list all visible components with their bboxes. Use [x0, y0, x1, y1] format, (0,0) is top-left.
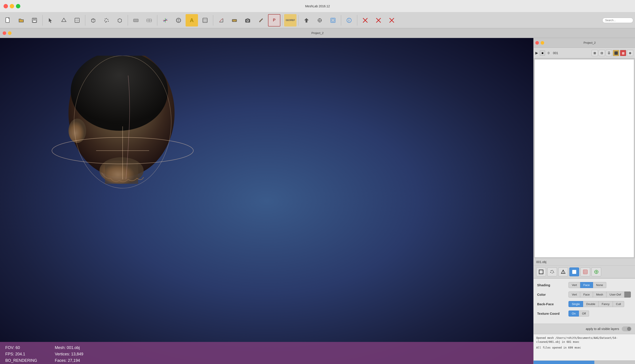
- maximize-button[interactable]: [16, 4, 20, 8]
- color-vert-button[interactable]: Vert: [568, 292, 580, 298]
- color-label: Color: [537, 293, 566, 296]
- paint-button[interactable]: [255, 14, 267, 26]
- wireframe-button[interactable]: [114, 14, 126, 26]
- render-texture-button[interactable]: [580, 268, 590, 276]
- camera-tool-button[interactable]: [242, 14, 254, 26]
- svg-point-59: [68, 118, 86, 143]
- axes-button[interactable]: [159, 14, 172, 26]
- color-buttons: Vert Face Mesh User-Def: [568, 292, 631, 298]
- svg-point-11: [106, 18, 107, 19]
- select-connected-button[interactable]: [71, 14, 83, 26]
- layer-icon-3[interactable]: ☰: [606, 50, 612, 56]
- status-right: Mesh: 001.obj Vertices: 13,849 Faces: 27…: [55, 344, 86, 361]
- backface-fancy-button[interactable]: Fancy: [598, 301, 613, 307]
- layer-icon-2[interactable]: ⊟: [599, 50, 605, 56]
- sphere-button[interactable]: [172, 14, 185, 26]
- layer-icon-6[interactable]: ⊕: [627, 50, 633, 56]
- new-tool-button[interactable]: [2, 14, 14, 26]
- head-mesh: [44, 56, 199, 192]
- svg-point-66: [552, 270, 552, 271]
- render-box-button[interactable]: [536, 268, 546, 276]
- transform3-button[interactable]: [327, 14, 339, 26]
- layer-icon-1[interactable]: ⊞: [592, 50, 598, 56]
- open-tool-button[interactable]: [15, 14, 28, 26]
- delete2-button[interactable]: [372, 14, 385, 26]
- shading-vert-button[interactable]: Vert: [568, 282, 580, 288]
- layer-icons: ⊞ ⊟ ☰ ⬛ ▦ ⊕: [592, 50, 633, 56]
- render-solid-button[interactable]: [570, 268, 579, 276]
- shading-face-button[interactable]: Face: [580, 282, 593, 288]
- cube-button[interactable]: [87, 14, 100, 26]
- color-face-button[interactable]: Face: [580, 292, 593, 298]
- texture-on-button[interactable]: On: [568, 310, 579, 316]
- layer-step-button[interactable]: ⏹: [540, 50, 545, 56]
- search-input[interactable]: [602, 18, 633, 23]
- svg-marker-4: [62, 18, 66, 22]
- svg-rect-27: [203, 18, 207, 22]
- shading-label: Shading: [537, 283, 566, 287]
- color-extra-button[interactable]: [624, 292, 631, 298]
- svg-point-38: [319, 20, 320, 21]
- render-points-button[interactable]: [547, 268, 557, 276]
- layer-icon-4[interactable]: ⬛: [613, 50, 619, 56]
- svg-text:i: i: [348, 18, 349, 22]
- backface-cull-button[interactable]: Cull: [613, 301, 624, 307]
- transform1-button[interactable]: [300, 14, 313, 26]
- angle-button[interactable]: [215, 14, 227, 26]
- svg-point-68: [550, 272, 551, 273]
- shading-buttons: Vert Face None: [568, 282, 606, 288]
- render-color-button[interactable]: [592, 268, 601, 276]
- viewport-title: Project_2: [3, 31, 632, 35]
- log-line-2: All files opened in 699 msec: [536, 346, 632, 350]
- fps-display: FPS: 204.1: [5, 351, 37, 357]
- viewport-status: FOV: 60 FPS: 204.1 BO_RENDERING Mesh: 00…: [0, 342, 533, 364]
- color-mesh-button[interactable]: Mesh: [593, 292, 606, 298]
- color-userdef-button[interactable]: User-Def: [606, 292, 624, 298]
- save-tool-button[interactable]: [28, 14, 41, 26]
- flat-button[interactable]: [130, 14, 142, 26]
- rp-minimize-button[interactable]: [541, 41, 544, 44]
- font-button[interactable]: A: [186, 14, 198, 26]
- render-wire-button[interactable]: [558, 268, 568, 276]
- plugin-button[interactable]: P: [268, 14, 280, 26]
- window-controls: [4, 4, 20, 8]
- backface-double-button[interactable]: Double: [583, 301, 598, 307]
- backface-single-button[interactable]: Single: [568, 301, 583, 307]
- layer-play-button[interactable]: ▶: [535, 51, 538, 55]
- rp-close-button[interactable]: [535, 41, 539, 44]
- close-button[interactable]: [4, 4, 8, 8]
- toolbar-separator-4: [157, 15, 157, 26]
- minimize-button[interactable]: [10, 4, 14, 8]
- points-button[interactable]: [100, 14, 113, 26]
- apply-toggle[interactable]: [622, 326, 632, 331]
- right-panel-title: Project_2: [546, 41, 633, 44]
- app-title: MeshLab 2016.12: [305, 4, 330, 8]
- status-left: FOV: 60 FPS: 204.1 BO_RENDERING: [5, 344, 37, 361]
- svg-rect-2: [33, 18, 36, 20]
- title-bar: MeshLab 2016.12: [0, 0, 635, 12]
- transform2-button[interactable]: [314, 14, 326, 26]
- layer-button[interactable]: [199, 14, 211, 26]
- progress-bar-fill: [534, 361, 594, 364]
- wireframe2-button[interactable]: [143, 14, 155, 26]
- svg-rect-74: [572, 270, 576, 274]
- toolbar: A P GEOREF: [0, 12, 635, 28]
- shading-none-button[interactable]: None: [593, 282, 606, 288]
- sub-minimize-button[interactable]: [8, 31, 12, 35]
- info-button[interactable]: i: [343, 14, 355, 26]
- texture-off-button[interactable]: Off: [579, 310, 589, 316]
- select-tool-button[interactable]: [44, 14, 57, 26]
- sub-title-bar: Project_2: [0, 28, 635, 38]
- main-layout: FOV: 60 FPS: 204.1 BO_RENDERING Mesh: 00…: [0, 38, 635, 364]
- delete1-button[interactable]: [359, 14, 372, 26]
- delete3-button[interactable]: [386, 14, 398, 26]
- right-panel: Project_2 ▶ ⏹ 0 001 ⊞ ⊟ ☰ ⬛ ▦ ⊕: [533, 38, 635, 364]
- toolbar-separator-7: [298, 15, 298, 26]
- measure-button[interactable]: [228, 14, 240, 26]
- sub-close-button[interactable]: [3, 31, 6, 35]
- select-faces-button[interactable]: [58, 14, 70, 26]
- fov-display: FOV: 60: [5, 344, 37, 351]
- layer-icon-5[interactable]: ▦: [620, 50, 626, 56]
- georef-button[interactable]: GEOREF: [284, 14, 296, 26]
- viewport[interactable]: FOV: 60 FPS: 204.1 BO_RENDERING Mesh: 00…: [0, 38, 533, 364]
